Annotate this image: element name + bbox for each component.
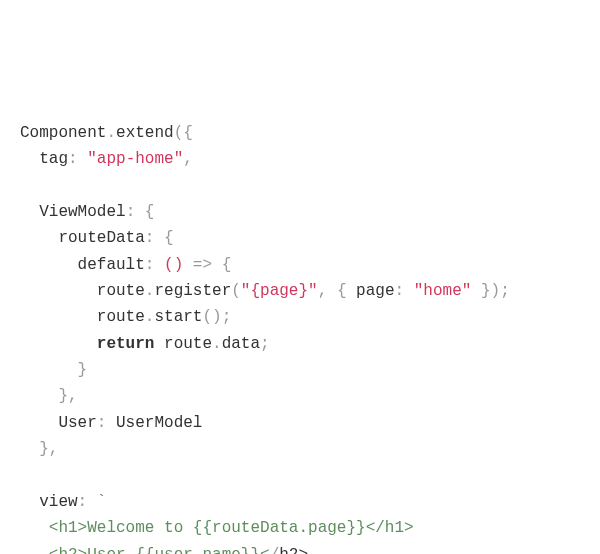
tok [20, 361, 78, 379]
tok: UserModel [116, 414, 202, 432]
tok: , [68, 387, 78, 405]
tok: . [212, 335, 222, 353]
tok: <h1>Welcome to {{routeData.page}}</h1> [20, 519, 414, 537]
tok: "app-home" [87, 150, 183, 168]
tok: } [39, 440, 49, 458]
tok: { [164, 229, 174, 247]
line-8: route.start(); [20, 308, 231, 326]
tok: tag [20, 150, 68, 168]
tok: extend [116, 124, 174, 142]
tok: ) [491, 282, 501, 300]
tok: { [222, 256, 232, 274]
tok: : [68, 150, 87, 168]
tok: { [183, 124, 193, 142]
tok: data [222, 335, 260, 353]
line-15: view: ` [20, 493, 106, 511]
line-13: }, [20, 440, 58, 458]
tok: => [193, 256, 212, 274]
tok [212, 256, 222, 274]
tok: , [49, 440, 59, 458]
code-block: Component.extend({ tag: "app-home", View… [20, 120, 580, 554]
tok: } [58, 387, 68, 405]
tok: , [318, 282, 328, 300]
tok [471, 282, 481, 300]
tok: "home" [414, 282, 472, 300]
tok [20, 440, 39, 458]
tok: } [78, 361, 88, 379]
tok: . [106, 124, 116, 142]
tok: ; [260, 335, 270, 353]
tok: page [347, 282, 395, 300]
tok: ) [174, 256, 184, 274]
tok: , [183, 150, 193, 168]
tok [20, 387, 58, 405]
tok: "{page}" [241, 282, 318, 300]
tok: : [395, 282, 414, 300]
tok: start [154, 308, 202, 326]
tok: : [145, 229, 164, 247]
tok [20, 335, 97, 353]
line-2: tag: "app-home", [20, 150, 193, 168]
tok [20, 546, 49, 554]
tok: ( [174, 124, 184, 142]
tok: register [154, 282, 231, 300]
tok: < [260, 546, 270, 554]
tok: default [20, 256, 145, 274]
tok: ; [222, 308, 232, 326]
tok: . [145, 308, 155, 326]
tok: ( [164, 256, 174, 274]
tok: User [20, 414, 97, 432]
tok: Component [20, 124, 106, 142]
line-4: ViewModel: { [20, 203, 154, 221]
tok: route [20, 282, 145, 300]
tok: { [337, 282, 347, 300]
line-17: <h2>User {{user.name}}</h2> [20, 546, 308, 554]
tok: } [481, 282, 491, 300]
tok: { [145, 203, 155, 221]
tok: route [20, 308, 145, 326]
tok: ` [97, 493, 107, 511]
tok: : [97, 414, 116, 432]
tok [183, 256, 193, 274]
tok: : [126, 203, 145, 221]
line-5: routeData: { [20, 229, 174, 247]
line-12: User: UserModel [20, 414, 202, 432]
line-9: return route.data; [20, 335, 270, 353]
tok: User {{user.name}} [87, 546, 260, 554]
line-10: } [20, 361, 87, 379]
tok: ViewModel [20, 203, 126, 221]
tok: ) [212, 308, 222, 326]
tok: view [20, 493, 78, 511]
line-11: }, [20, 387, 78, 405]
tok: return [97, 335, 155, 353]
line-16: <h1>Welcome to {{routeData.page}}</h1> [20, 519, 414, 537]
tok: ( [202, 308, 212, 326]
tok: routeData [20, 229, 145, 247]
tok: / [270, 546, 280, 554]
tok: ( [231, 282, 241, 300]
tok: ; [500, 282, 510, 300]
tok: : [78, 493, 97, 511]
tok: route [154, 335, 212, 353]
tok: h2> [279, 546, 308, 554]
tok [327, 282, 337, 300]
tok: <h2> [49, 546, 87, 554]
tok: : [145, 256, 164, 274]
line-7: route.register("{page}", { page: "home" … [20, 282, 510, 300]
line-6: default: () => { [20, 256, 231, 274]
tok: . [145, 282, 155, 300]
line-1: Component.extend({ [20, 124, 193, 142]
